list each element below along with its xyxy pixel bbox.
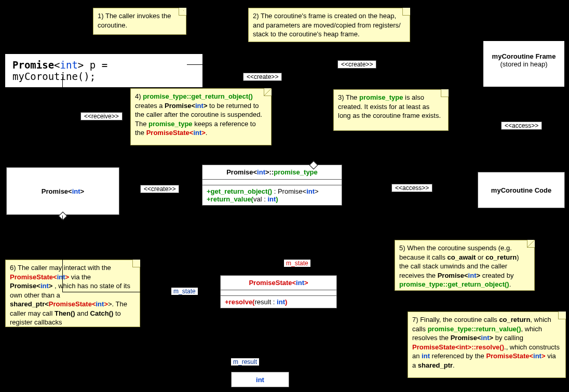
note-6: 6) The caller may interact with the Prom… — [5, 260, 140, 327]
promise-state-title: PromiseState<int> — [221, 276, 336, 290]
code-invocation: Promise<int> p = myCoroutine(); — [4, 53, 204, 88]
label-access-1: <<access>> — [391, 184, 432, 192]
line-code-to-frame — [187, 64, 483, 65]
frame-subtitle: (stored in heap) — [483, 60, 564, 68]
label-mstate-1: m_state — [284, 260, 310, 267]
note-7-text: 7) Finally, the coroutine calls co_retur… — [412, 316, 560, 369]
frame-title: myCoroutine Frame — [483, 52, 564, 60]
label-mstate-2: m_state — [171, 288, 198, 295]
line-code-to-ptype — [272, 77, 273, 165]
note-4: 4) promise_type::get_return_object() cre… — [130, 88, 272, 145]
code-int: int — [60, 59, 78, 71]
label-create-2: <<create>> — [337, 60, 376, 69]
note-4-text: 4) promise_type::get_return_object() cre… — [135, 92, 262, 137]
note-3-text: 3) The promise_type is also created. It … — [338, 93, 441, 119]
promise-type-methods: +get_return_object() : Promise<int> +ret… — [202, 185, 342, 205]
code-promise: Promise — [12, 59, 54, 71]
promise-state-box: PromiseState<int> +resolve(result : int) — [220, 275, 337, 308]
label-mresult: m_result — [231, 358, 259, 366]
line-promise-to-pstate-v — [62, 215, 63, 292]
note-7: 7) Finally, the coroutine calls co_retur… — [408, 312, 566, 378]
coroutine-code-title: myCoroutine Code — [491, 186, 551, 194]
note-1: 1) The caller invokes the coroutine. — [93, 8, 186, 35]
note-1-text: 1) The caller invokes the coroutine. — [98, 12, 171, 29]
code-lt: < — [54, 59, 60, 71]
note-5: 5) When the coroutine suspends (e.g. bec… — [395, 240, 535, 291]
promise-type-title: Promise<int>::promise_type — [202, 165, 342, 180]
int-box: int — [231, 372, 289, 387]
label-create-3: <<create>> — [140, 185, 179, 193]
note-6-text: 6) The caller may interact with the Prom… — [10, 264, 130, 326]
note-2: 2) The coroutine's frame is created on t… — [248, 8, 410, 42]
label-access-2: <<access>> — [501, 121, 542, 130]
coroutine-frame-box: myCoroutine Frame (stored in heap) — [483, 40, 565, 87]
promise-int-box: Promise<int> — [6, 167, 119, 215]
promise-state-methods: +resolve(result : int) — [221, 296, 336, 308]
promise-int-title: Promise<int> — [42, 187, 84, 195]
line-code-to-promise — [62, 77, 63, 167]
int-label: int — [256, 376, 264, 384]
code-gt: > — [78, 59, 84, 71]
label-receive: <<receive>> — [80, 112, 123, 120]
label-mult: 0..1 — [270, 358, 284, 366]
label-create-1: <<create>> — [243, 73, 282, 81]
coroutine-code-box: myCoroutine Code — [478, 172, 565, 208]
note-2-text: 2) The coroutine's frame is created on t… — [253, 12, 401, 38]
promise-type-box: Promise<int>::promise_type +get_return_o… — [202, 165, 342, 206]
line-pstate-to-int — [260, 319, 260, 372]
note-3: 3) The promise_type is also created. It … — [333, 89, 449, 131]
note-5-text: 5) When the coroutine suspends (e.g. bec… — [399, 244, 519, 288]
